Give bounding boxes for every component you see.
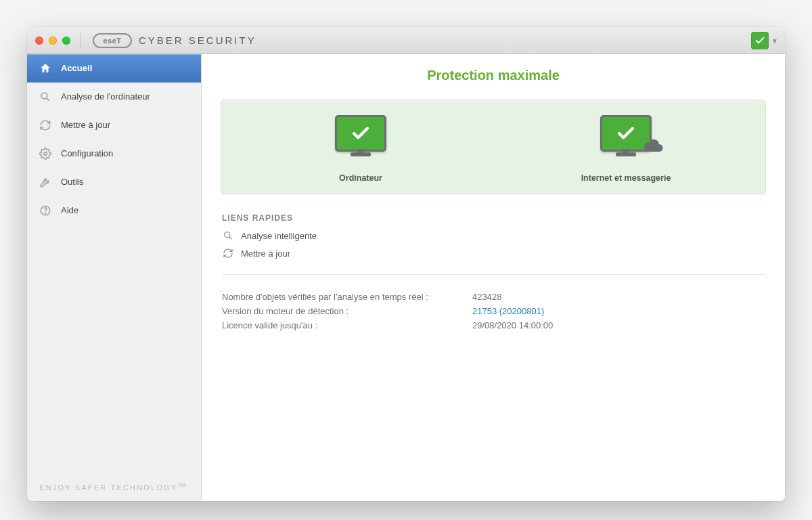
eset-logo: eseT [93,33,132,48]
sidebar-item-label: Configuration [61,148,113,158]
protection-headline: Protection maximale [202,54,785,100]
gear-icon [38,146,53,161]
quicklink-update[interactable]: Mettre à jour [222,247,765,259]
info-table: Nombre d'objets vérifiés par l'analyse e… [222,290,765,332]
protection-cards: Ordinateur Internet et messagerie [221,100,766,194]
home-icon [38,61,53,76]
trademark: TM [177,482,185,488]
titlebar-divider [80,33,81,48]
brand: eseT CYBER SECURITY [93,33,256,48]
info-row-license: Licence valide jusqu'au : 29/08/2020 14:… [222,318,765,332]
svg-line-1 [47,98,49,100]
svg-point-0 [41,93,47,99]
search-icon [38,89,53,104]
cloud-icon [642,138,665,154]
sidebar-item-label: Analyse de l'ordinateur [61,91,150,102]
info-row-objects: Nombre d'objets vérifiés par l'analyse e… [222,290,765,304]
card-label: Internet et messagerie [581,173,671,183]
svg-point-5 [225,232,230,238]
quicklink-smart-scan[interactable]: Analyse intelligente [222,230,765,242]
info-value: 29/08/2020 14:00:00 [472,320,553,330]
quicklink-label: Mettre à jour [241,248,290,259]
info-label: Nombre d'objets vérifiés par l'analyse e… [222,292,472,302]
titlebar: eseT CYBER SECURITY ▼ [27,27,785,54]
sidebar-tagline: ENJOY SAFER TECHNOLOGY [39,483,177,492]
sidebar-item-scan[interactable]: Analyse de l'ordinateur [27,83,201,111]
info-row-engine: Version du moteur de détection : 21753 (… [222,304,765,318]
app-title: CYBER SECURITY [139,35,256,46]
sidebar-item-label: Accueil [61,63,92,73]
info-label: Licence valide jusqu'au : [222,320,472,330]
minimize-window-button[interactable] [49,37,57,45]
sidebar-item-label: Aide [61,205,78,215]
quicklinks-title: LIENS RAPIDES [222,213,765,223]
info-value-link[interactable]: 21753 (20200801) [472,306,544,316]
sidebar-item-configuration[interactable]: Configuration [27,139,201,168]
main-panel: Protection maximale Ordinateur [202,54,785,501]
card-computer[interactable]: Ordinateur [228,115,493,183]
refresh-icon [222,247,234,259]
svg-line-6 [229,237,232,240]
quicklink-label: Analyse intelligente [241,231,317,241]
protection-status-dropdown[interactable]: ▼ [751,32,778,49]
app-window: eseT CYBER SECURITY ▼ Accueil [27,27,785,501]
chevron-down-icon: ▼ [771,37,778,45]
sidebar-item-help[interactable]: Aide [27,196,201,225]
info-label: Version du moteur de détection : [222,306,472,316]
tools-icon [38,175,53,190]
sidebar-nav: Accueil Analyse de l'ordinateur Mettre à… [27,54,201,225]
card-internet-mail[interactable]: Internet et messagerie [493,115,759,183]
sidebar-item-home[interactable]: Accueil [27,54,201,83]
card-label: Ordinateur [339,173,382,183]
close-window-button[interactable] [35,37,43,45]
sidebar-item-label: Mettre à jour [61,120,110,130]
search-icon [222,230,234,242]
zoom-window-button[interactable] [62,37,70,45]
sidebar-item-tools[interactable]: Outils [27,168,201,196]
info-value: 423428 [472,292,501,302]
quicklinks: Analyse intelligente Mettre à jour [222,230,765,259]
sidebar-item-update[interactable]: Mettre à jour [27,111,201,139]
divider [222,274,765,275]
window-controls [35,37,70,45]
sidebar-item-label: Outils [61,177,83,187]
sidebar-footer: ENJOY SAFER TECHNOLOGYTM [27,473,201,501]
check-icon [751,32,769,49]
monitor-icon [335,115,386,152]
help-icon [38,203,53,218]
svg-point-4 [45,213,45,213]
svg-point-2 [44,152,47,155]
sidebar: Accueil Analyse de l'ordinateur Mettre à… [27,54,202,501]
window-body: Accueil Analyse de l'ordinateur Mettre à… [27,54,785,501]
refresh-icon [38,118,53,133]
